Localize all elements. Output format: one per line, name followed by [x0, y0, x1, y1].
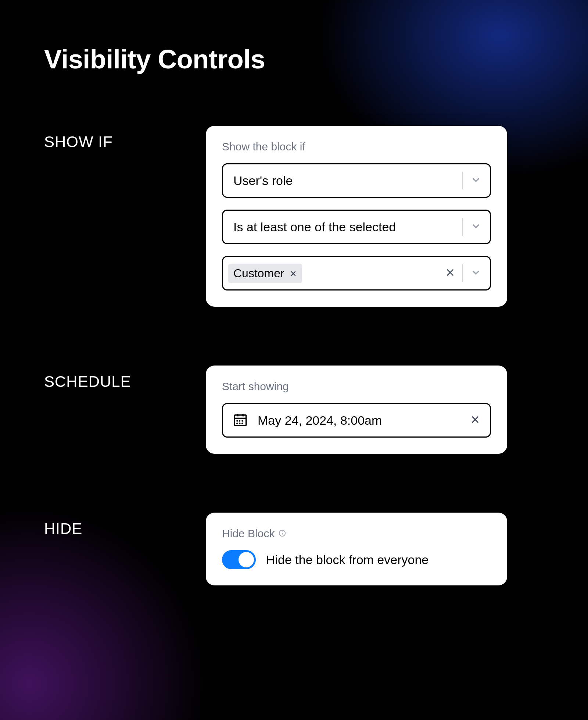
- info-icon[interactable]: [278, 527, 286, 540]
- chevron-down-icon: [470, 267, 482, 280]
- select-value: Is at least one of the selected: [233, 220, 462, 234]
- section-label-show-if: SHOW IF: [44, 126, 206, 151]
- clear-all-icon[interactable]: [445, 267, 455, 279]
- calendar-icon: [233, 412, 248, 429]
- card-header-show-if: Show the block if: [222, 140, 491, 153]
- toggle-label: Hide the block from everyone: [266, 553, 429, 567]
- chevron-down-icon: [470, 220, 482, 234]
- page-title: Visibility Controls: [44, 44, 544, 74]
- card-header-schedule: Start showing: [222, 380, 491, 393]
- card-header-hide: Hide Block: [222, 527, 491, 540]
- close-icon[interactable]: [470, 414, 480, 426]
- datetime-picker[interactable]: May 24, 2024, 8:00am: [222, 403, 491, 438]
- datetime-value: May 24, 2024, 8:00am: [258, 413, 460, 428]
- close-icon[interactable]: [290, 267, 297, 280]
- card-schedule: Start showing M: [206, 366, 507, 454]
- section-label-hide: HIDE: [44, 513, 206, 538]
- select-condition-value[interactable]: Customer: [222, 256, 491, 291]
- select-condition-operator[interactable]: Is at least one of the selected: [222, 210, 491, 244]
- section-show-if: SHOW IF Show the block if User's role Is…: [44, 126, 544, 307]
- select-value: User's role: [233, 174, 462, 188]
- section-hide: HIDE Hide Block Hide the block from ever…: [44, 513, 544, 585]
- select-condition-attribute[interactable]: User's role: [222, 163, 491, 198]
- section-schedule: SCHEDULE Start showing: [44, 366, 544, 454]
- hide-block-toggle[interactable]: [222, 550, 256, 569]
- toggle-knob: [239, 552, 254, 567]
- card-show-if: Show the block if User's role Is at leas…: [206, 126, 507, 307]
- card-header-text: Hide Block: [222, 527, 275, 540]
- chevron-down-icon: [470, 174, 482, 187]
- section-label-schedule: SCHEDULE: [44, 366, 206, 391]
- card-hide: Hide Block Hide the block from everyone: [206, 513, 507, 585]
- tag-customer: Customer: [228, 264, 302, 283]
- tag-label: Customer: [233, 267, 284, 280]
